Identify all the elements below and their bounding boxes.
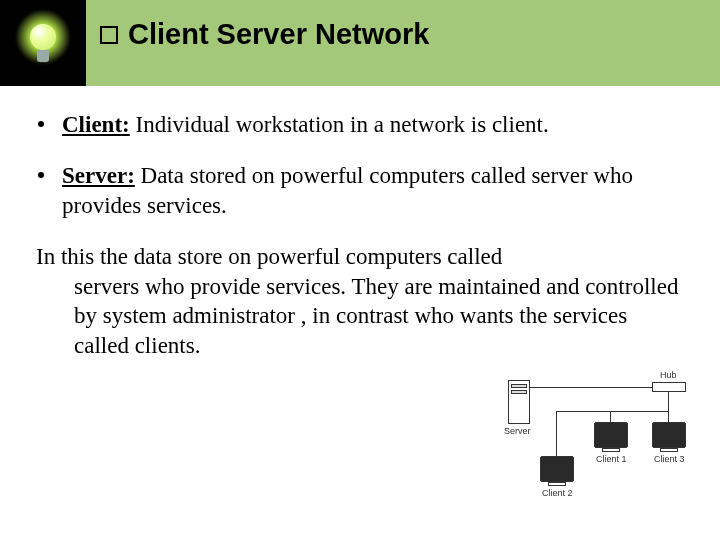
- label-hub: Hub: [660, 370, 677, 380]
- monitor-stand-icon: [660, 448, 678, 452]
- definition-server: Data stored on powerful computers called…: [62, 163, 633, 217]
- header-bar: Client Server Network: [0, 0, 720, 86]
- bullet-item: Client: Individual workstation in a netw…: [36, 110, 684, 139]
- paragraph-line1: In this the data store on powerful compu…: [36, 244, 502, 269]
- connector-line: [556, 411, 669, 412]
- server-slot-icon: [511, 390, 527, 394]
- definition-client: Individual workstation in a network is c…: [130, 112, 549, 137]
- client-monitor-icon: [540, 456, 574, 482]
- monitor-stand-icon: [602, 448, 620, 452]
- logo-square: [0, 0, 86, 86]
- bullet-item: Server: Data stored on powerful computer…: [36, 161, 684, 220]
- paragraph-rest: servers who provide services. They are m…: [36, 272, 684, 360]
- hub-icon: [652, 382, 686, 392]
- client-monitor-icon: [652, 422, 686, 448]
- label-client2: Client 2: [542, 488, 573, 498]
- bullet-dot-icon: [38, 172, 44, 178]
- network-diagram: Server Hub Client 1 Client 3 Client 2: [502, 378, 692, 518]
- paragraph: In this the data store on powerful compu…: [36, 242, 684, 360]
- bullet-text: Server: Data stored on powerful computer…: [62, 161, 684, 220]
- label-client1: Client 1: [596, 454, 627, 464]
- connector-line: [556, 411, 557, 457]
- title-text: Client Server Network: [128, 18, 429, 51]
- connector-line: [530, 387, 652, 388]
- client-monitor-icon: [594, 422, 628, 448]
- bullet-text: Client: Individual workstation in a netw…: [62, 110, 684, 139]
- lightbulb-icon: [13, 13, 73, 73]
- label-client3: Client 3: [654, 454, 685, 464]
- square-bullet-icon: [100, 26, 118, 44]
- slide-title: Client Server Network: [100, 18, 710, 51]
- connector-line: [668, 392, 669, 412]
- content-area: Client: Individual workstation in a netw…: [0, 86, 720, 360]
- term-server: Server:: [62, 163, 135, 188]
- server-slot-icon: [511, 384, 527, 388]
- monitor-stand-icon: [548, 482, 566, 486]
- bullet-dot-icon: [38, 121, 44, 127]
- term-client: Client:: [62, 112, 130, 137]
- label-server: Server: [504, 426, 531, 436]
